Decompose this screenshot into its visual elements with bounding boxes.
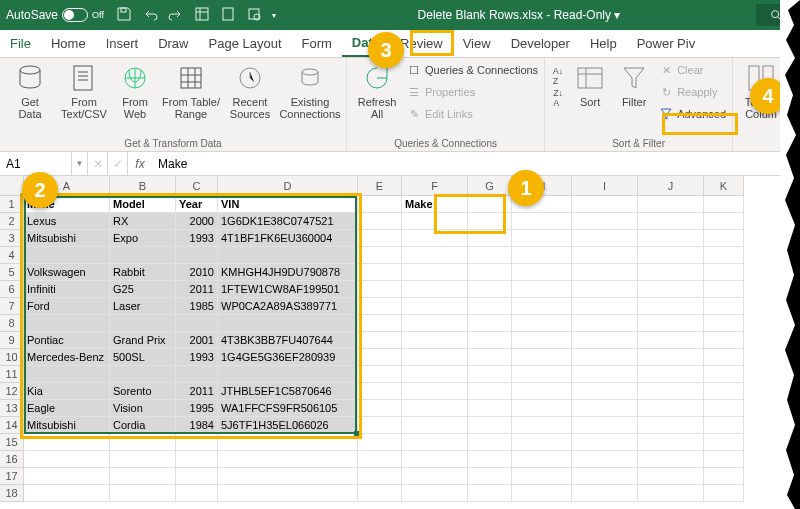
- cell[interactable]: [572, 349, 638, 366]
- filter-button[interactable]: Filter: [615, 60, 653, 108]
- cell[interactable]: [358, 400, 402, 417]
- cell[interactable]: [704, 417, 744, 434]
- cell[interactable]: [468, 332, 512, 349]
- cell[interactable]: [468, 417, 512, 434]
- cell[interactable]: [402, 332, 468, 349]
- tab-view[interactable]: View: [453, 30, 501, 57]
- from-text-csv-button[interactable]: From Text/CSV: [60, 60, 108, 120]
- col-header[interactable]: E: [358, 176, 402, 196]
- cell[interactable]: [704, 383, 744, 400]
- tab-draw[interactable]: Draw: [148, 30, 198, 57]
- row-header[interactable]: 10: [0, 349, 24, 366]
- row-header[interactable]: 8: [0, 315, 24, 332]
- cell[interactable]: 2010: [176, 264, 218, 281]
- cell[interactable]: 1993: [176, 230, 218, 247]
- cell[interactable]: [176, 434, 218, 451]
- cell[interactable]: 1FTEW1CW8AF199501: [218, 281, 358, 298]
- from-table-range-button[interactable]: From Table/ Range: [162, 60, 220, 120]
- cell[interactable]: [704, 332, 744, 349]
- cell[interactable]: Model: [110, 196, 176, 213]
- cell[interactable]: 2000: [176, 213, 218, 230]
- cell[interactable]: [358, 332, 402, 349]
- redo-icon[interactable]: [168, 6, 184, 25]
- cell[interactable]: [638, 349, 704, 366]
- cell[interactable]: 1G4GE5G36EF280939: [218, 349, 358, 366]
- sort-az-button[interactable]: A↓Z: [551, 66, 565, 86]
- cell[interactable]: [638, 315, 704, 332]
- cell[interactable]: [512, 264, 572, 281]
- cell[interactable]: [512, 434, 572, 451]
- cell[interactable]: [24, 468, 110, 485]
- clear-filter-button[interactable]: ✕Clear: [659, 60, 726, 80]
- selection-handle[interactable]: [354, 431, 360, 437]
- cell[interactable]: [402, 298, 468, 315]
- cell[interactable]: [402, 315, 468, 332]
- col-header[interactable]: J: [638, 176, 704, 196]
- cell[interactable]: 2011: [176, 383, 218, 400]
- cell[interactable]: [704, 434, 744, 451]
- cell[interactable]: [512, 349, 572, 366]
- cell[interactable]: [572, 485, 638, 502]
- cell[interactable]: [512, 485, 572, 502]
- cell[interactable]: 2001: [176, 332, 218, 349]
- cell[interactable]: [512, 281, 572, 298]
- cell[interactable]: [218, 366, 358, 383]
- get-data-button[interactable]: Get Data: [6, 60, 54, 120]
- cell[interactable]: [638, 451, 704, 468]
- cell[interactable]: [358, 196, 402, 213]
- cell[interactable]: [572, 298, 638, 315]
- cell[interactable]: [572, 230, 638, 247]
- cell[interactable]: [512, 468, 572, 485]
- col-header[interactable]: B: [110, 176, 176, 196]
- cell[interactable]: Laser: [110, 298, 176, 315]
- tab-insert[interactable]: Insert: [96, 30, 149, 57]
- tab-formulas[interactable]: Form: [292, 30, 342, 57]
- cell[interactable]: [572, 468, 638, 485]
- cell[interactable]: [218, 468, 358, 485]
- cell[interactable]: Kia: [24, 383, 110, 400]
- cell[interactable]: Cordia: [110, 417, 176, 434]
- cell[interactable]: [110, 315, 176, 332]
- cell[interactable]: [572, 213, 638, 230]
- cell[interactable]: [24, 451, 110, 468]
- cell[interactable]: [468, 366, 512, 383]
- cell[interactable]: [402, 485, 468, 502]
- refresh-all-button[interactable]: Refresh All: [353, 60, 401, 120]
- cell[interactable]: [218, 434, 358, 451]
- cell[interactable]: [512, 383, 572, 400]
- row-header[interactable]: 5: [0, 264, 24, 281]
- cell[interactable]: [704, 451, 744, 468]
- row-header[interactable]: 14: [0, 417, 24, 434]
- col-header[interactable]: I: [572, 176, 638, 196]
- cell[interactable]: [572, 281, 638, 298]
- cell[interactable]: [110, 434, 176, 451]
- cell[interactable]: [704, 298, 744, 315]
- cell[interactable]: 2011: [176, 281, 218, 298]
- cell[interactable]: [512, 332, 572, 349]
- cell[interactable]: [572, 400, 638, 417]
- col-header[interactable]: K: [704, 176, 744, 196]
- cell[interactable]: [572, 264, 638, 281]
- cell[interactable]: VIN: [218, 196, 358, 213]
- cell[interactable]: [704, 196, 744, 213]
- properties-button[interactable]: ☰Properties: [407, 82, 538, 102]
- advanced-filter-button[interactable]: Advanced: [659, 104, 726, 124]
- cell[interactable]: [402, 417, 468, 434]
- cell[interactable]: [512, 366, 572, 383]
- col-header[interactable]: C: [176, 176, 218, 196]
- tab-file[interactable]: File: [0, 30, 41, 57]
- cell[interactable]: [572, 196, 638, 213]
- cell[interactable]: Ford: [24, 298, 110, 315]
- cell[interactable]: 5J6TF1H35EL066026: [218, 417, 358, 434]
- cell[interactable]: 4T1BF1FK6EU360004: [218, 230, 358, 247]
- cell[interactable]: Mitsubishi: [24, 230, 110, 247]
- enter-icon[interactable]: ✓: [108, 152, 128, 175]
- cell[interactable]: Pontiac: [24, 332, 110, 349]
- cell[interactable]: [358, 468, 402, 485]
- cell[interactable]: [512, 315, 572, 332]
- form-icon[interactable]: [194, 6, 210, 25]
- cell[interactable]: [110, 468, 176, 485]
- cell[interactable]: [638, 281, 704, 298]
- edit-links-button[interactable]: ✎Edit Links: [407, 104, 538, 124]
- cell[interactable]: Vision: [110, 400, 176, 417]
